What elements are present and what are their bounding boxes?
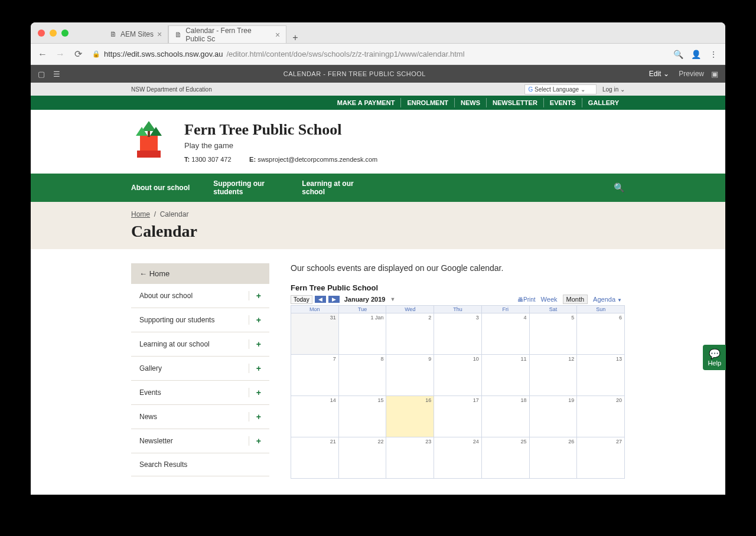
sidenav-item[interactable]: Gallery+ [131, 357, 269, 381]
calendar-cell[interactable]: 2 [386, 313, 434, 354]
today-button[interactable]: Today [291, 295, 312, 304]
quick-link[interactable]: MAKE A PAYMENT [331, 98, 402, 107]
date-number: 2 [428, 315, 431, 321]
calendar-cell[interactable]: 24 [434, 437, 482, 478]
calendar-cell[interactable]: 11 [482, 354, 530, 396]
nav-item[interactable]: Supporting our students [213, 174, 290, 202]
login-link[interactable]: Log in ⌄ [602, 86, 625, 93]
date-number: 22 [377, 439, 383, 445]
calendar-cell[interactable]: 9 [386, 354, 434, 396]
calendar-cell[interactable]: 25 [482, 437, 530, 478]
calendar-cell[interactable]: 12 [530, 354, 578, 396]
date-number: 5 [571, 315, 574, 321]
calendar-cell[interactable]: 21 [291, 437, 339, 478]
expand-icon[interactable]: + [249, 315, 261, 325]
nav-item[interactable]: About our school [131, 178, 201, 198]
expand-icon[interactable]: + [249, 388, 261, 397]
search-icon[interactable]: 🔍 [614, 182, 625, 193]
nav-item[interactable]: Learning at our school [302, 174, 379, 202]
address-bar[interactable]: 🔒 https://edit.sws.schools.nsw.gov.au/ed… [90, 50, 666, 58]
quick-link[interactable]: EVENTS [544, 98, 582, 107]
tab-title: Calendar - Fern Tree Public Sc [185, 27, 272, 43]
quick-link[interactable]: GALLERY [582, 98, 625, 107]
language-selector[interactable]: G Select Language ⌄ [524, 84, 597, 94]
expand-icon[interactable]: + [249, 436, 261, 446]
calendar-cell[interactable]: 7 [291, 354, 339, 396]
minimize-window[interactable] [50, 30, 57, 37]
expand-icon[interactable]: + [249, 291, 261, 300]
day-header: Sat [530, 306, 578, 313]
calendar-cell[interactable]: 3 [434, 313, 482, 354]
reload-button[interactable]: ⟳ [72, 48, 84, 60]
settings-icon[interactable]: ☰ [53, 70, 60, 79]
maximize-window[interactable] [61, 30, 69, 37]
expand-icon[interactable]: + [249, 412, 261, 421]
calendar-cell[interactable]: 17 [434, 396, 482, 437]
edit-mode-dropdown[interactable]: Edit ⌄ [649, 70, 670, 78]
sidenav-item[interactable]: Newsletter+ [131, 429, 269, 453]
expand-icon[interactable]: + [249, 364, 261, 373]
tab-calendar[interactable]: 🗎 Calendar - Fern Tree Public Sc × [168, 25, 286, 43]
preview-button[interactable]: Preview [679, 70, 704, 78]
day-header: Mon [291, 306, 339, 313]
calendar-cell[interactable]: 13 [577, 354, 624, 396]
dropdown-icon: ▼ [617, 298, 622, 303]
aem-editor-bar: ▢ ☰ CALENDAR - FERN TREE PUBLIC SCHOOL E… [31, 65, 725, 83]
breadcrumb-home[interactable]: Home [131, 210, 150, 218]
profile-icon[interactable]: 👤 [690, 50, 702, 59]
calendar-cell[interactable]: 5 [530, 313, 578, 354]
email-label: E: [249, 156, 256, 163]
forward-button[interactable]: → [54, 49, 66, 60]
menu-icon[interactable]: ⋮ [708, 50, 719, 59]
month-dropdown-icon[interactable]: ▼ [390, 296, 395, 302]
quick-link[interactable]: NEWS [455, 98, 487, 107]
device-icon[interactable]: ▣ [711, 70, 718, 79]
sidenav-item[interactable]: Events+ [131, 381, 269, 405]
date-number: 8 [380, 356, 383, 362]
close-icon[interactable]: × [157, 30, 162, 39]
calendar-cell[interactable]: 26 [530, 437, 578, 478]
prev-month-button[interactable]: ◀ [315, 296, 326, 303]
close-window[interactable] [38, 30, 45, 37]
panel-icon[interactable]: ▢ [38, 70, 45, 79]
sidenav-home[interactable]: ← Home [131, 263, 269, 284]
view-agenda[interactable]: Agenda ▼ [590, 295, 625, 303]
calendar-cell[interactable]: 22 [339, 437, 387, 478]
quick-link[interactable]: NEWSLETTER [487, 98, 544, 107]
print-button[interactable]: 🖶Print [517, 296, 536, 303]
sidenav-item[interactable]: Search Results [131, 453, 269, 476]
page-content[interactable]: NSW Department of Education G Select Lan… [31, 83, 725, 495]
close-icon[interactable]: × [275, 30, 280, 40]
calendar-cell[interactable]: 8 [339, 354, 387, 396]
calendar-cell[interactable]: 18 [482, 396, 530, 437]
zoom-icon[interactable]: 🔍 [672, 50, 684, 59]
sidenav-item[interactable]: Learning at our school+ [131, 332, 269, 357]
help-tab[interactable]: 💬 Help [703, 345, 726, 370]
calendar-cell[interactable]: 31 [291, 313, 339, 354]
back-button[interactable]: ← [37, 49, 48, 60]
sidenav-item[interactable]: About our school+ [131, 284, 269, 308]
quick-link[interactable]: ENROLMENT [401, 98, 455, 107]
calendar-cell[interactable]: 1 Jan [339, 313, 387, 354]
sidenav-item[interactable]: Supporting our students+ [131, 308, 269, 332]
date-number: 11 [521, 356, 527, 362]
next-month-button[interactable]: ▶ [328, 296, 340, 303]
view-month[interactable]: Month [563, 295, 588, 304]
calendar-cell[interactable]: 23 [386, 437, 434, 478]
calendar-cell[interactable]: 19 [530, 396, 578, 437]
calendar-cell[interactable]: 4 [482, 313, 530, 354]
calendar-cell[interactable]: 15 [339, 396, 387, 437]
view-week[interactable]: Week [538, 295, 561, 303]
tab-aem-sites[interactable]: 🗎 AEM Sites × [104, 25, 168, 43]
calendar-cell[interactable]: 20 [577, 396, 624, 437]
calendar-cell[interactable]: 27 [577, 437, 624, 478]
new-tab-button[interactable]: + [286, 32, 304, 43]
sidenav-item[interactable]: News+ [131, 405, 269, 429]
calendar-intro: Our schools events are displayed on our … [291, 263, 625, 273]
calendar-cell[interactable]: 10 [434, 354, 482, 396]
calendar-cell[interactable]: 16 [386, 396, 434, 437]
calendar-cell[interactable]: 14 [291, 396, 339, 437]
calendar-cell[interactable]: 6 [577, 313, 624, 354]
expand-icon[interactable]: + [249, 339, 261, 349]
quick-links-bar: MAKE A PAYMENTENROLMENTNEWSNEWSLETTEREVE… [31, 96, 725, 110]
